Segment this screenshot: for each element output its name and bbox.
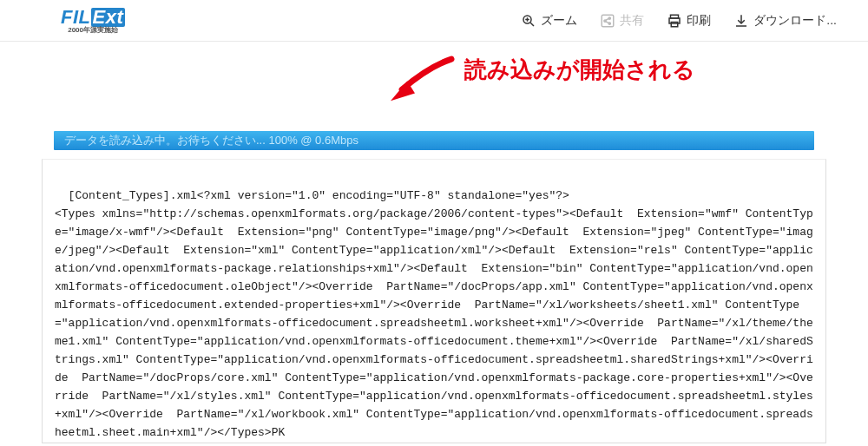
download-label: ダウンロード... — [753, 13, 837, 29]
share-label: 共有 — [620, 13, 644, 29]
annotation-callout: 読み込みが開始される — [382, 48, 695, 108]
print-button[interactable]: 印刷 — [661, 10, 716, 32]
logo-part-2: Ext — [91, 8, 126, 27]
file-content-text: [Content_Types].xml<?xml version="1.0" e… — [55, 189, 813, 443]
progress-text: データを読み込み中。お待ちください... 100% @ 0.6Mbps — [64, 133, 358, 148]
logo-text: FILExt — [61, 8, 125, 27]
top-toolbar: FILExt 2000年源実施始 ズーム — [0, 0, 868, 42]
share-button: 共有 — [595, 10, 649, 32]
download-button[interactable]: ダウンロード... — [728, 10, 842, 32]
print-label: 印刷 — [687, 13, 711, 29]
loading-progress-bar: データを読み込み中。お待ちください... 100% @ 0.6Mbps — [54, 131, 814, 150]
svg-line-8 — [606, 18, 609, 20]
annotation-text: 読み込みが開始される — [464, 55, 695, 85]
svg-line-1 — [531, 23, 535, 26]
svg-line-9 — [606, 21, 609, 23]
logo-tagline: 2000年源実施始 — [68, 27, 118, 34]
download-icon — [733, 13, 749, 29]
print-icon — [667, 13, 682, 29]
logo-part-1: FIL — [61, 6, 91, 28]
zoom-button[interactable]: ズーム — [516, 10, 582, 32]
zoom-label: ズーム — [541, 13, 577, 29]
zoom-icon — [521, 13, 536, 29]
logo[interactable]: FILExt 2000年源実施始 — [61, 8, 125, 34]
file-content-panel[interactable]: [Content_Types].xml<?xml version="1.0" e… — [42, 159, 826, 443]
share-icon — [600, 13, 615, 29]
svg-marker-15 — [391, 82, 415, 102]
toolbar-actions: ズーム 共有 — [516, 10, 842, 32]
arrow-icon — [382, 48, 460, 108]
